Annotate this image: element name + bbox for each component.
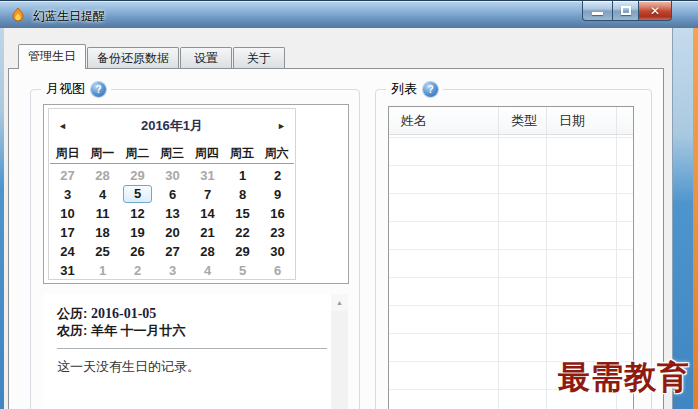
- calendar-day[interactable]: 11: [85, 204, 120, 223]
- month-view-label-text: 月视图: [46, 80, 85, 98]
- date-info-text: 公历: 2016-01-05 农历: 羊年 十一月廿六: [44, 294, 348, 339]
- weekday-label: 周六: [259, 142, 294, 163]
- calendar-day[interactable]: 7: [190, 185, 225, 204]
- calendar-day[interactable]: 29: [120, 166, 155, 185]
- calendar-day[interactable]: 24: [50, 242, 85, 261]
- list-column-header-类型[interactable]: 类型: [499, 107, 547, 134]
- lunar-date-line: 农历: 羊年 十一月廿六: [57, 322, 324, 339]
- scrollbar[interactable]: ▲: [331, 294, 348, 409]
- calendar-day[interactable]: 16: [260, 204, 295, 223]
- calendar-day[interactable]: 20: [155, 223, 190, 242]
- calendar-day[interactable]: 5: [225, 261, 260, 280]
- no-birthday-message: 这一天没有生日的记录。: [44, 349, 348, 376]
- weekday-label: 周日: [50, 142, 85, 163]
- chevron-right-icon: ►: [277, 121, 286, 131]
- list-column-header-empty[interactable]: [617, 107, 633, 134]
- weekday-label: 周一: [85, 142, 120, 163]
- app-window: 幻蓝生日提醒 ✕ 管理生日备份还原数据设置关于 月视图 ? ◄: [0, 0, 698, 409]
- close-button[interactable]: ✕: [638, 1, 672, 21]
- list-label-text: 列表: [391, 80, 417, 98]
- calendar-month-title[interactable]: 2016年1月: [141, 117, 203, 135]
- date-info-panel: 公历: 2016-01-05 农历: 羊年 十一月廿六 这一天没有生日的记录。 …: [44, 294, 348, 409]
- calendar-day[interactable]: 9: [260, 185, 295, 204]
- minimize-icon: [592, 12, 603, 15]
- scroll-up-icon: ▲: [336, 299, 343, 306]
- calendar-day[interactable]: 1: [225, 166, 260, 185]
- list-column-header-日期[interactable]: 日期: [547, 107, 617, 134]
- tab-管理生日[interactable]: 管理生日: [18, 44, 86, 68]
- calendar-day[interactable]: 31: [190, 166, 225, 185]
- calendar-day[interactable]: 8: [225, 185, 260, 204]
- calendar-day[interactable]: 3: [50, 185, 85, 204]
- calendar-day[interactable]: 6: [260, 261, 295, 280]
- calendar-day[interactable]: 27: [50, 166, 85, 185]
- calendar-day[interactable]: 17: [50, 223, 85, 242]
- calendar-day[interactable]: 30: [260, 242, 295, 261]
- calendar-day[interactable]: 3: [155, 261, 190, 280]
- calendar-next-button[interactable]: ►: [273, 109, 290, 142]
- calendar-day-selected[interactable]: 5: [123, 185, 152, 203]
- lunar-date-label: 农历:: [57, 323, 87, 338]
- calendar-day[interactable]: 10: [50, 204, 85, 223]
- calendar-day[interactable]: 6: [155, 185, 190, 204]
- calendar-day[interactable]: 30: [155, 166, 190, 185]
- calendar-day[interactable]: 28: [190, 242, 225, 261]
- weekday-label: 周三: [155, 142, 190, 163]
- calendar-day[interactable]: 13: [155, 204, 190, 223]
- calendar-day[interactable]: 19: [120, 223, 155, 242]
- calendar-day[interactable]: 28: [85, 166, 120, 185]
- watermark: 最需教育: [558, 356, 690, 400]
- scroll-up-button[interactable]: ▲: [331, 294, 348, 311]
- calendar-grid: 2728293031123456789101112131415161718192…: [50, 166, 295, 280]
- calendar-day[interactable]: 25: [85, 242, 120, 261]
- calendar-day[interactable]: 23: [260, 223, 295, 242]
- calendar-day[interactable]: 12: [120, 204, 155, 223]
- calendar-day[interactable]: 26: [120, 242, 155, 261]
- calendar-day[interactable]: 4: [85, 185, 120, 204]
- list-column-separator: [546, 135, 547, 409]
- close-icon: ✕: [650, 5, 660, 17]
- window-border-right: [672, 28, 693, 409]
- maximize-button[interactable]: [612, 1, 639, 21]
- weekday-label: 周五: [224, 142, 259, 163]
- list-column-separator: [498, 135, 499, 409]
- list-group-label: 列表 ?: [386, 80, 443, 98]
- maximize-icon: [621, 6, 631, 15]
- calendar-day[interactable]: 29: [225, 242, 260, 261]
- window-controls: ✕: [582, 1, 672, 21]
- minimize-button[interactable]: [582, 1, 613, 21]
- calendar-weekdays: 周日周一周二周三周四周五周六: [50, 142, 294, 164]
- solar-date-label: 公历:: [57, 306, 87, 321]
- calendar-day[interactable]: 21: [190, 223, 225, 242]
- tab-关于[interactable]: 关于: [233, 47, 285, 68]
- chevron-left-icon: ◄: [58, 121, 67, 131]
- calendar-inner: ◄ 2016年1月 ► 周日周一周二周三周四周五周六 2728293031123…: [48, 108, 296, 280]
- calendar-prev-button[interactable]: ◄: [54, 109, 71, 142]
- calendar-day[interactable]: 14: [190, 204, 225, 223]
- list-header: 姓名类型日期: [389, 107, 633, 135]
- window-border-left: [0, 28, 4, 409]
- calendar-day[interactable]: 4: [190, 261, 225, 280]
- calendar-day[interactable]: 2: [120, 261, 155, 280]
- window-title: 幻蓝生日提醒: [33, 8, 105, 25]
- calendar-day[interactable]: 1: [85, 261, 120, 280]
- tab-备份还原数据[interactable]: 备份还原数据: [87, 47, 179, 68]
- month-view-groupbox: 月视图 ? ◄ 2016年1月 ► 周日周一周二周三周四周五周六 2728293…: [30, 89, 360, 409]
- titlebar[interactable]: 幻蓝生日提醒 ✕: [0, 0, 698, 28]
- help-icon[interactable]: ?: [423, 82, 438, 97]
- calendar-day[interactable]: 27: [155, 242, 190, 261]
- weekday-label: 周四: [189, 142, 224, 163]
- calendar-day[interactable]: 18: [85, 223, 120, 242]
- help-icon[interactable]: ?: [91, 82, 106, 97]
- tab-设置[interactable]: 设置: [180, 47, 232, 68]
- calendar-day[interactable]: 2: [260, 166, 295, 185]
- tab-strip: 管理生日备份还原数据设置关于: [18, 44, 286, 68]
- app-icon[interactable]: [10, 7, 26, 23]
- calendar-day[interactable]: 22: [225, 223, 260, 242]
- lunar-date-value: 羊年 十一月廿六: [91, 323, 186, 338]
- solar-date-line: 公历: 2016-01-05: [57, 305, 324, 322]
- calendar: ◄ 2016年1月 ► 周日周一周二周三周四周五周六 2728293031123…: [43, 104, 349, 284]
- list-column-header-姓名[interactable]: 姓名: [389, 107, 499, 134]
- calendar-day[interactable]: 15: [225, 204, 260, 223]
- calendar-day[interactable]: 31: [50, 261, 85, 280]
